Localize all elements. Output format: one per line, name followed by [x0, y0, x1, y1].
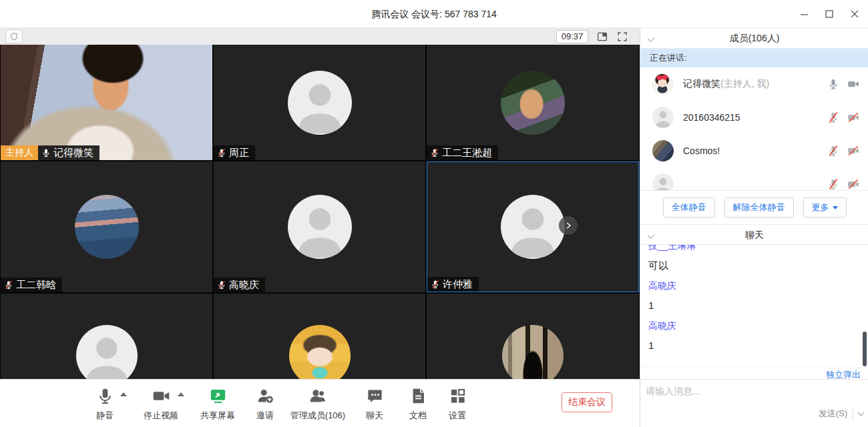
mic-on-icon[interactable] — [827, 78, 839, 90]
camera-on-icon[interactable] — [847, 78, 859, 90]
mute-button[interactable]: 静音 — [73, 387, 137, 422]
document-icon — [409, 387, 427, 405]
name-tag: 主持人 记得微笑 — [1, 145, 99, 160]
camera-muted-icon[interactable] — [847, 145, 859, 157]
member-row[interactable]: 记得微笑(主持人, 我) — [640, 67, 868, 101]
settings-button[interactable]: 设置 — [425, 387, 489, 422]
avatar — [502, 325, 564, 380]
chat-message: 1 — [648, 300, 859, 312]
members-header: 成员(106人) — [640, 28, 868, 49]
mic-muted-icon[interactable] — [827, 178, 839, 190]
avatar — [289, 325, 351, 380]
members-title: 成员(106人) — [640, 28, 868, 48]
close-icon[interactable] — [845, 5, 864, 23]
window-title: 腾讯会议 会议号: 567 783 714 — [0, 0, 868, 27]
mute-all-button[interactable]: 全体静音 — [663, 197, 715, 218]
chat-input[interactable] — [646, 384, 766, 398]
participant-name: 记得微笑 — [53, 147, 93, 159]
default-avatar-icon — [76, 325, 138, 380]
people-icon — [309, 387, 327, 405]
camera-icon — [152, 387, 170, 405]
chat-scrollbar[interactable] — [863, 332, 867, 366]
meeting-toolbar: 静音 停止视频 共享屏幕 邀请 管理成员(106) 聊天 文档 — [0, 379, 640, 427]
video-region: 09:37 主持人 记得微笑 — [0, 28, 640, 379]
default-avatar-icon — [501, 195, 565, 259]
default-avatar-icon — [652, 107, 674, 128]
chat-message: 1 — [648, 340, 859, 352]
mic-muted-icon — [431, 280, 440, 289]
video-tile[interactable]: 高晓庆 — [214, 161, 425, 292]
default-avatar-icon — [652, 173, 674, 190]
member-row[interactable]: 20160346215 — [640, 101, 868, 134]
member-name: 20160346215 — [683, 112, 740, 123]
end-meeting-button[interactable]: 结束会议 — [562, 392, 612, 412]
maximize-icon[interactable] — [820, 5, 839, 23]
member-row[interactable] — [640, 167, 868, 190]
member-row[interactable]: Cosmos! — [640, 134, 868, 167]
participant-name: 周正 — [229, 147, 249, 159]
mic-icon — [96, 387, 114, 405]
mic-muted-icon[interactable] — [827, 111, 839, 123]
avatar — [75, 195, 139, 259]
manage-members-button[interactable]: 管理成员(106) — [286, 387, 350, 422]
video-tile[interactable]: 工二韩晗 — [1, 161, 212, 292]
window-controls — [795, 0, 864, 28]
member-name: Cosmos! — [683, 145, 720, 156]
more-button[interactable]: 更多 — [803, 197, 847, 218]
chat-message-list: 技__王琳琳 可以 高晓庆 1 高晓庆 1 — [640, 245, 868, 368]
unmute-all-button[interactable]: 解除全体静音 — [724, 197, 794, 218]
video-tile[interactable] — [1, 294, 212, 379]
video-grid: 主持人 记得微笑 周正 工二王淞超 — [0, 45, 640, 379]
chat-message: 可以 — [648, 260, 859, 272]
chat-input-area: 发送(S) 中 °, 23 S — [640, 379, 868, 427]
security-shield-icon[interactable] — [5, 29, 23, 43]
member-name: 记得微笑 — [683, 78, 720, 89]
participant-name: 工二王淞超 — [442, 147, 492, 159]
mic-muted-icon — [217, 280, 226, 290]
video-tile[interactable] — [427, 294, 639, 379]
chat-sender: 技__王琳琳 — [648, 245, 859, 252]
mic-muted-icon — [4, 280, 13, 290]
chat-header: 聊天 — [640, 224, 868, 245]
settings-grid-icon — [449, 387, 467, 405]
next-page-arrow-icon[interactable] — [559, 216, 578, 235]
send-options-chevron-icon[interactable] — [858, 410, 865, 416]
video-tile[interactable]: 周正 — [214, 45, 425, 160]
send-button[interactable]: 发送(S) — [819, 408, 847, 420]
layout-toggle-icon[interactable] — [596, 31, 608, 43]
screen-share-icon — [209, 387, 227, 405]
side-panel: 成员(106人) 正在讲话: 记得微笑(主持人, 我) 20160346215 — [640, 28, 868, 427]
member-meta: (主持人, 我) — [720, 78, 769, 89]
meeting-timer: 09:37 — [556, 30, 588, 43]
chat-sender: 高晓庆 — [648, 320, 859, 332]
mic-muted-icon — [217, 148, 226, 157]
popout-row: 独立弹出 — [640, 368, 868, 379]
camera-muted-icon[interactable] — [847, 111, 859, 123]
mic-muted-icon — [430, 148, 439, 157]
meeting-top-strip: 09:37 — [0, 28, 640, 45]
video-tile-host[interactable]: 主持人 记得微笑 — [1, 45, 212, 160]
video-tile[interactable]: 工二王淞超 — [427, 45, 639, 160]
title-bar: 腾讯会议 会议号: 567 783 714 — [0, 0, 868, 28]
live-video-feed — [1, 45, 212, 160]
avatar — [501, 71, 565, 135]
member-list: 记得微笑(主持人, 我) 20160346215 Cosmos! — [640, 67, 868, 190]
send-row: 发送(S) — [819, 408, 863, 420]
default-avatar-icon — [288, 195, 352, 259]
participant-name: 高晓庆 — [229, 279, 259, 292]
participant-name: 工二韩晗 — [16, 279, 56, 292]
fullscreen-icon[interactable] — [616, 31, 628, 43]
video-tile[interactable] — [214, 294, 425, 379]
more-label: 更多 — [812, 201, 829, 214]
camera-muted-icon[interactable] — [847, 178, 859, 190]
members-footer: 全体静音 解除全体静音 更多 — [640, 190, 868, 224]
video-tile-selected[interactable]: 许仲雅 — [427, 161, 639, 292]
camera-options-caret[interactable] — [178, 392, 184, 396]
person-plus-icon — [256, 387, 274, 405]
mic-muted-icon[interactable] — [827, 145, 839, 157]
mic-options-caret[interactable] — [120, 392, 127, 396]
minimize-icon[interactable] — [795, 5, 813, 23]
tencent-meeting-window: 腾讯会议 会议号: 567 783 714 09:37 — [0, 0, 868, 427]
divider — [853, 408, 853, 419]
speaking-now-banner: 正在讲话: — [640, 49, 868, 67]
